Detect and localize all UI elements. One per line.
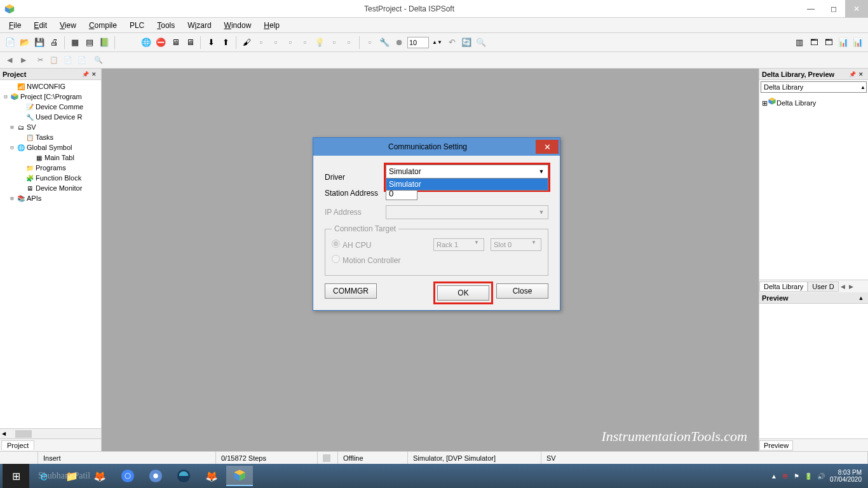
monitor2-icon[interactable]: 🖥 (184, 36, 196, 49)
right4-icon[interactable]: 📊 (837, 36, 850, 49)
right2-icon[interactable]: 🗔 (808, 36, 820, 49)
tool5-icon[interactable]: 💡 (313, 36, 326, 49)
tree-device-comment[interactable]: 📝Device Comme (0, 102, 101, 112)
tab-nav-right-icon[interactable]: ▶ (847, 283, 855, 290)
commgr-button[interactable]: COMMGR (325, 283, 377, 299)
globe-icon[interactable]: 🌐 (140, 36, 153, 49)
project-hscrollbar[interactable]: ◀ (0, 428, 101, 438)
taskbar-app1-icon[interactable] (170, 466, 197, 486)
tree-sv[interactable]: ⊞🗂SV (0, 122, 101, 132)
zoom-icon[interactable]: 🔍 (475, 36, 487, 49)
tree-global-symbol[interactable]: ⊟🌐Global Symbol (0, 142, 101, 152)
tool3-icon[interactable]: ▫ (284, 36, 297, 49)
tree-device-monitor[interactable]: 🖥Device Monitor (0, 183, 101, 193)
find-icon[interactable]: 🔍 (93, 55, 104, 66)
back-icon[interactable]: ◀ (4, 55, 15, 66)
tool4-icon[interactable]: ▫ (299, 36, 311, 49)
tool1-icon[interactable]: ▫ (255, 36, 268, 49)
menu-compile[interactable]: Compile (83, 20, 123, 31)
save-icon[interactable]: 💾 (33, 36, 46, 49)
menu-wizard[interactable]: Wizard (181, 20, 217, 31)
tree-nwconfig[interactable]: 📶NWCONFIG (0, 81, 101, 92)
close-button[interactable]: Close (496, 283, 548, 299)
tree-tasks[interactable]: 📋Tasks (0, 132, 101, 142)
download-icon[interactable]: ⬇ (205, 36, 217, 49)
dialog-close-button[interactable]: ✕ (536, 140, 559, 154)
menu-help[interactable]: Help (257, 20, 286, 31)
tab-delta-library[interactable]: Delta Library (759, 281, 808, 292)
undo-icon[interactable]: ↶ (445, 36, 458, 49)
taskbar-chrome-icon[interactable] (114, 466, 141, 486)
tray-volume-icon[interactable]: 🔊 (817, 473, 825, 480)
pin-icon[interactable]: 📌 (848, 71, 857, 78)
tree-apis[interactable]: ⊞📚APIs (0, 193, 101, 203)
toolbar-number-input[interactable] (407, 37, 429, 48)
new-icon[interactable]: 📄 (4, 36, 17, 49)
driver-combo[interactable]: Simulator ▼ (386, 165, 548, 179)
tray-clock[interactable]: 8:03 PM 07/04/2020 (830, 469, 862, 483)
tab-preview[interactable]: Preview (759, 440, 793, 451)
driver-option-simulator[interactable]: Simulator (386, 179, 548, 190)
tray-flag-icon[interactable]: ⚑ (794, 473, 799, 480)
stop-icon[interactable]: ⛔ (154, 36, 167, 49)
tray-shield-icon[interactable]: ⛨ (782, 473, 789, 480)
copy-icon[interactable]: 📋 (48, 55, 60, 66)
cut-icon[interactable]: ✂ (34, 55, 46, 66)
tray-chevron-up-icon[interactable]: ▲ (771, 473, 777, 480)
library-tree[interactable]: ⊞Delta Library (759, 94, 868, 280)
start-button[interactable]: ⊞ (3, 464, 29, 488)
right1-icon[interactable]: ▥ (793, 36, 806, 49)
refresh-icon[interactable]: 🔄 (460, 36, 473, 49)
project-tab[interactable]: Project (1, 440, 34, 450)
tab-nav-left-icon[interactable]: ◀ (839, 283, 847, 290)
menu-plc[interactable]: PLC (123, 20, 151, 31)
chevron-up-icon[interactable]: ▲ (857, 295, 865, 301)
tray-battery-icon[interactable]: 🔋 (804, 473, 812, 480)
right5-icon[interactable]: 📊 (851, 36, 864, 49)
record-icon[interactable]: ⏺ (393, 36, 405, 49)
forward-icon[interactable]: ▶ (18, 55, 29, 66)
maximize-button[interactable]: ◻ (822, 0, 845, 18)
open-icon[interactable]: 📂 (18, 36, 31, 49)
close-button[interactable]: ✕ (845, 0, 868, 18)
minimize-button[interactable]: — (799, 0, 822, 18)
tool2-icon[interactable]: ▫ (269, 36, 282, 49)
project-tree[interactable]: 📶NWCONFIG ⊟Project [C:\Program 📝Device C… (0, 80, 101, 428)
taskbar-chromium-icon[interactable] (142, 466, 169, 486)
paste-icon[interactable]: 📄 (62, 55, 74, 66)
menu-view[interactable]: View (53, 20, 83, 31)
paste2-icon[interactable]: 📄 (76, 55, 88, 66)
taskbar-ispsoft-icon[interactable] (226, 466, 253, 486)
library-tree-root[interactable]: ⊞Delta Library (762, 97, 865, 107)
taskbar-firefox1-icon[interactable]: 🦊 (86, 466, 113, 486)
tool7-icon[interactable]: ▫ (342, 36, 355, 49)
table-icon[interactable]: ▤ (83, 36, 96, 49)
taskbar-firefox2-icon[interactable]: 🦊 (198, 466, 225, 486)
menu-edit[interactable]: Edit (27, 20, 53, 31)
tree-programs[interactable]: 📁Programs (0, 163, 101, 173)
panel-close-icon[interactable]: ✕ (857, 71, 865, 78)
pin-icon[interactable]: 📌 (81, 71, 90, 78)
grid-icon[interactable]: ▦ (69, 36, 81, 49)
menu-tools[interactable]: Tools (151, 20, 181, 31)
print-icon[interactable]: 🖨 (48, 36, 60, 49)
tree-main-table[interactable]: ▦Main Tabl (0, 152, 101, 163)
tab-user-defined[interactable]: User D (808, 281, 838, 292)
tree-function-block[interactable]: 🧩Function Block (0, 173, 101, 183)
books-icon[interactable]: 📗 (98, 36, 111, 49)
spinner-icon[interactable]: ▲▼ (431, 36, 444, 49)
library-combo[interactable]: Delta Library ▲ (761, 81, 867, 93)
dialog-titlebar[interactable]: Communication Setting ✕ (313, 138, 560, 156)
upload-icon[interactable]: ⬆ (219, 36, 232, 49)
ok-button[interactable]: OK (437, 285, 489, 301)
tree-project-root[interactable]: ⊟Project [C:\Program (0, 92, 101, 102)
right3-icon[interactable]: 🗔 (822, 36, 835, 49)
tool8-icon[interactable]: ▫ (363, 36, 376, 49)
tree-used-device[interactable]: 🔧Used Device R (0, 112, 101, 122)
tool9-icon[interactable]: 🔧 (378, 36, 391, 49)
menu-file[interactable]: File (3, 20, 27, 31)
menu-window[interactable]: Window (218, 20, 258, 31)
brush-icon[interactable]: 🖌 (240, 36, 253, 49)
tool6-icon[interactable]: ▫ (328, 36, 341, 49)
panel-close-icon[interactable]: ✕ (90, 71, 98, 78)
